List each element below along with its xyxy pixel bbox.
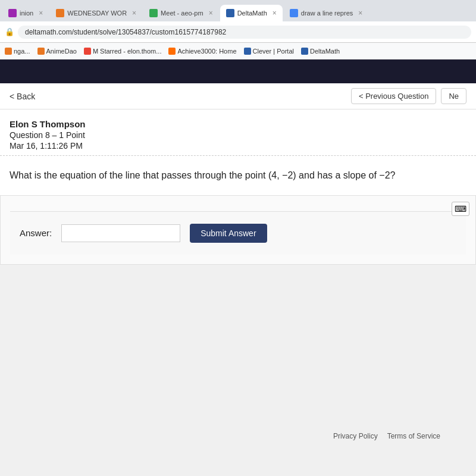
answer-input[interactable] [61,224,180,242]
app-header [0,60,476,83]
tab-1-favicon [8,9,17,17]
next-question-button[interactable]: Ne [441,88,466,104]
bookmark-achieve3000[interactable]: Achieve3000: Home [168,48,236,55]
bookmark-clever[interactable]: Clever | Portal [244,48,295,55]
bookmark-animedao-label: AnimeDao [46,48,77,55]
back-label: < Back [10,92,35,101]
tab-5-close[interactable]: × [358,9,362,17]
answer-area: Answer: Submit Answer [10,211,466,255]
privacy-policy-link[interactable]: Privacy Policy [333,432,378,440]
terms-of-service-link[interactable]: Terms of Service [387,432,440,440]
bookmark-starred-label: M Starred - elon.thom... [93,48,162,55]
back-button[interactable]: < Back [10,92,35,101]
keyboard-toggle-button[interactable]: ⌨ [452,202,469,216]
tab-4-favicon [226,9,234,17]
question-number: Question 8 – 1 Point [10,130,466,140]
nav-right: < Previous Question Ne [351,88,466,104]
submit-answer-button[interactable]: Submit Answer [190,224,267,243]
answer-area-wrapper: ⌨ Answer: Submit Answer [0,195,476,265]
tab-5[interactable]: draw a line repres × [284,5,368,21]
tab-5-label: draw a line repres [301,10,353,17]
tab-5-favicon [290,9,298,17]
nav-bar: < Back < Previous Question Ne [0,83,476,109]
bookmark-deltamath-label: DeltaMath [310,48,340,55]
nav-left: < Back [10,92,35,101]
tab-2-label: WEDNESDAY WOR [67,10,127,17]
lock-icon: 🔒 [5,27,14,36]
previous-question-button[interactable]: < Previous Question [351,88,436,104]
tab-4-deltamath[interactable]: DeltaMath × [220,5,283,21]
tab-2[interactable]: WEDNESDAY WOR × [50,5,142,21]
question-body: What is the equation of the line that pa… [0,156,476,195]
question-text: What is the equation of the line that pa… [10,170,395,180]
tab-1-close[interactable]: × [39,9,43,17]
tab-3-favicon [149,9,158,17]
tab-4-close[interactable]: × [273,9,277,17]
tab-3-close[interactable]: × [209,9,213,17]
student-name: Elon S Thompson [10,119,466,129]
bookmarks-bar: nga... AnimeDao M Starred - elon.thom...… [0,43,476,60]
bookmark-animedao[interactable]: AnimeDao [37,48,77,55]
tab-3-label: Meet - aeo-pm [161,10,203,17]
address-bar-row: 🔒 [0,21,476,43]
bookmark-deltamath[interactable]: DeltaMath [301,48,340,55]
submit-label: Submit Answer [201,228,256,238]
bookmark-clever-label: Clever | Portal [253,48,295,55]
tab-1-label: inion [20,10,33,17]
footer-links: Privacy Policy Terms of Service [333,432,440,440]
tab-2-favicon [56,9,64,17]
browser-chrome: inion × WEDNESDAY WOR × Meet - aeo-pm × … [0,0,476,60]
tab-2-close[interactable]: × [132,9,136,17]
bookmark-nga[interactable]: nga... [5,48,30,55]
tab-bar: inion × WEDNESDAY WOR × Meet - aeo-pm × … [0,0,476,21]
prev-label: < Previous Question [359,92,428,101]
tab-1[interactable]: inion × [2,5,49,21]
next-label: Ne [449,92,459,101]
bookmark-starred[interactable]: M Starred - elon.thom... [84,48,162,55]
tab-3[interactable]: Meet - aeo-pm × [143,5,219,21]
bookmark-nga-label: nga... [14,48,30,55]
question-info: Elon S Thompson Question 8 – 1 Point Mar… [0,109,476,156]
address-bar[interactable] [18,26,471,39]
answer-label: Answer: [20,228,52,238]
tab-4-label: DeltaMath [237,10,267,17]
bookmark-achieve3000-label: Achieve3000: Home [177,48,236,55]
question-date: Mar 16, 1:11:26 PM [10,141,466,151]
content-area: Elon S Thompson Question 8 – 1 Point Mar… [0,109,476,265]
